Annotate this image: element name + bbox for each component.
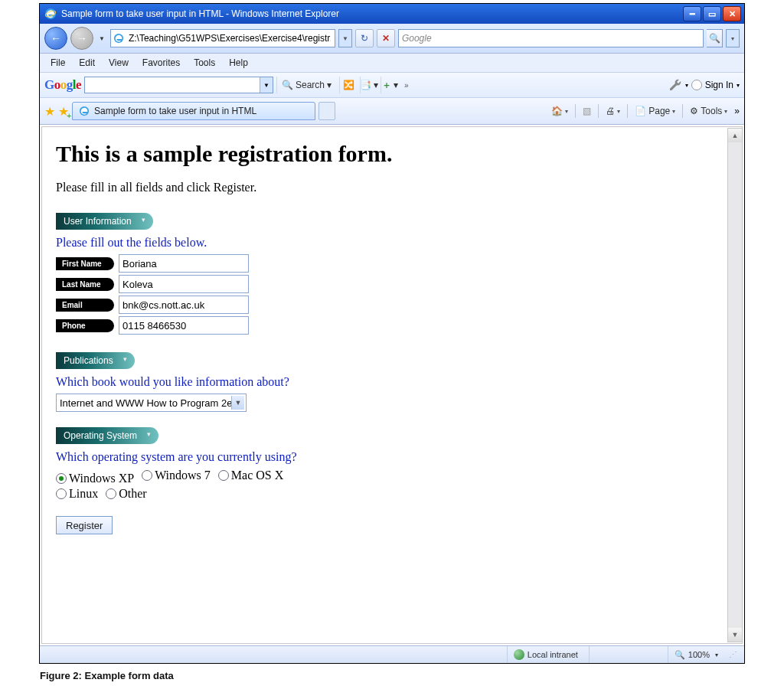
gear-icon: ⚙ <box>690 106 698 116</box>
google-search-dropdown[interactable]: ▼ <box>260 77 273 93</box>
resize-grip-icon[interactable]: ⋰ <box>729 650 740 660</box>
add-favorites-icon[interactable]: ★+ <box>58 104 69 119</box>
radio-other[interactable]: Other <box>106 487 146 501</box>
legend-publications: Publications <box>56 352 135 369</box>
google-toolbar-more[interactable]: » <box>401 81 412 90</box>
feeds-button[interactable]: ▧ <box>579 106 595 116</box>
page-menu-label: Page <box>648 106 670 116</box>
label-last-name: Last Name <box>56 278 114 291</box>
back-button[interactable]: ← <box>44 27 67 50</box>
tools-menu-label: Tools <box>701 106 722 116</box>
maximize-button[interactable]: ▭ <box>703 6 721 21</box>
user-info-hint: Please fill out the fields below. <box>56 236 728 250</box>
zoom-icon: 🔍 <box>675 650 685 660</box>
zoom-control[interactable]: 🔍 100% ▾ <box>668 646 724 663</box>
radio-linux[interactable]: Linux <box>56 487 98 501</box>
input-first-name[interactable] <box>119 254 249 273</box>
input-last-name[interactable] <box>119 275 249 293</box>
scroll-down-icon[interactable]: ▼ <box>728 628 742 642</box>
radio-icon <box>142 470 152 481</box>
search-go-button[interactable]: 🔍 <box>707 29 723 47</box>
input-phone[interactable] <box>119 316 249 335</box>
google-search-box[interactable]: ▼ <box>84 77 273 93</box>
signin-button[interactable]: Sign In <box>705 80 733 90</box>
wrench-icon[interactable] <box>668 78 682 92</box>
google-sidewiki-button[interactable]: 📑▾ <box>360 77 377 93</box>
legend-user-info: User Information <box>56 213 153 230</box>
separator <box>598 104 599 118</box>
home-button[interactable]: 🏠▾ <box>547 106 572 116</box>
address-bar[interactable] <box>110 29 335 47</box>
ie-icon <box>44 8 57 20</box>
favorites-star-icon[interactable]: ★ <box>44 104 55 119</box>
wrench-dropdown[interactable]: ▾ <box>685 82 688 89</box>
radio-icon <box>106 488 116 499</box>
print-icon: 🖨 <box>606 106 615 116</box>
sidewiki-icon: 📑 <box>360 80 371 90</box>
browser-search-box[interactable]: Google <box>398 29 704 47</box>
register-button[interactable]: Register <box>56 516 113 534</box>
print-button[interactable]: 🖨▾ <box>602 106 624 116</box>
status-zone-label: Local intranet <box>528 650 578 659</box>
menu-tools[interactable]: Tools <box>188 55 221 70</box>
refresh-button[interactable]: ↻ <box>355 29 374 47</box>
google-search-button[interactable]: 🔍 Search ▾ <box>276 77 336 93</box>
minimize-button[interactable]: ━ <box>683 6 701 21</box>
radio-mac-osx[interactable]: Mac OS X <box>218 469 283 482</box>
tools-menu-button[interactable]: ⚙Tools▾ <box>686 106 731 116</box>
command-bar-more[interactable]: » <box>734 106 740 116</box>
menu-favorites[interactable]: Favorites <box>136 55 186 70</box>
page-intro: Please fill in all fields and click Regi… <box>56 181 728 194</box>
signin-dropdown[interactable]: ▾ <box>737 82 740 89</box>
google-search-label: Search <box>296 80 325 90</box>
legend-os: Operating System <box>56 427 158 444</box>
scroll-up-icon[interactable]: ▲ <box>728 129 742 142</box>
page-ie-icon <box>113 33 124 44</box>
window-titlebar: Sample form to take user input in HTML -… <box>40 4 744 24</box>
tab-0[interactable]: Sample form to take user input in HTML <box>72 102 315 120</box>
search-provider-dropdown[interactable]: ▾ <box>726 29 740 47</box>
separator <box>627 104 628 118</box>
stop-button[interactable]: ✕ <box>377 29 395 47</box>
radio-icon-selected <box>56 473 67 484</box>
address-input[interactable] <box>127 32 332 44</box>
tab-ie-icon <box>79 106 90 116</box>
zoom-level: 100% <box>688 650 710 659</box>
plus-icon: ＋ <box>382 79 391 92</box>
radio-windows-7[interactable]: Windows 7 <box>142 469 211 482</box>
menu-bar: File Edit View Favorites Tools Help <box>40 54 744 73</box>
scroll-track[interactable] <box>728 142 742 628</box>
menu-help[interactable]: Help <box>223 55 254 70</box>
google-share-button[interactable]: 🔀 <box>339 77 357 93</box>
select-publication[interactable]: Internet and WWW How to Program 2e ▼ <box>56 394 247 412</box>
address-dropdown[interactable]: ▼ <box>338 29 352 47</box>
os-radio-row-2: Linux Other <box>56 487 728 502</box>
google-search-input[interactable] <box>85 80 260 90</box>
google-plus-button[interactable]: ＋▾ <box>381 77 398 93</box>
radio-icon <box>218 470 229 481</box>
tab-bar: ★ ★+ Sample form to take user input in H… <box>40 98 744 125</box>
chevron-down-icon: ▾ <box>327 80 332 90</box>
menu-view[interactable]: View <box>103 55 135 70</box>
menu-edit[interactable]: Edit <box>73 55 101 70</box>
globe-icon <box>514 649 524 660</box>
search-placeholder-text: Google <box>402 33 432 44</box>
vertical-scrollbar[interactable]: ▲ ▼ <box>727 128 743 642</box>
rss-icon: ▧ <box>583 106 591 116</box>
page-content: This is a sample registration form. Plea… <box>41 126 743 644</box>
new-tab-button[interactable] <box>318 102 335 120</box>
figure-caption: Figure 2: Example form data <box>40 670 744 681</box>
search-icon: 🔍 <box>282 80 293 90</box>
input-email[interactable] <box>119 296 249 314</box>
chevron-down-icon: ▾ <box>715 652 718 658</box>
window-title: Sample form to take user input in HTML -… <box>61 8 683 19</box>
page-menu-button[interactable]: 📄Page▾ <box>631 106 679 116</box>
close-button[interactable]: ✕ <box>723 6 741 21</box>
content-area: This is a sample registration form. Plea… <box>40 126 744 644</box>
menu-file[interactable]: File <box>44 55 71 70</box>
page-icon: 📄 <box>635 106 646 116</box>
google-logo[interactable]: Google <box>44 77 81 93</box>
nav-history-dropdown[interactable]: ▼ <box>96 35 107 42</box>
forward-button[interactable]: → <box>70 27 93 50</box>
radio-windows-xp[interactable]: Windows XP <box>56 472 134 485</box>
